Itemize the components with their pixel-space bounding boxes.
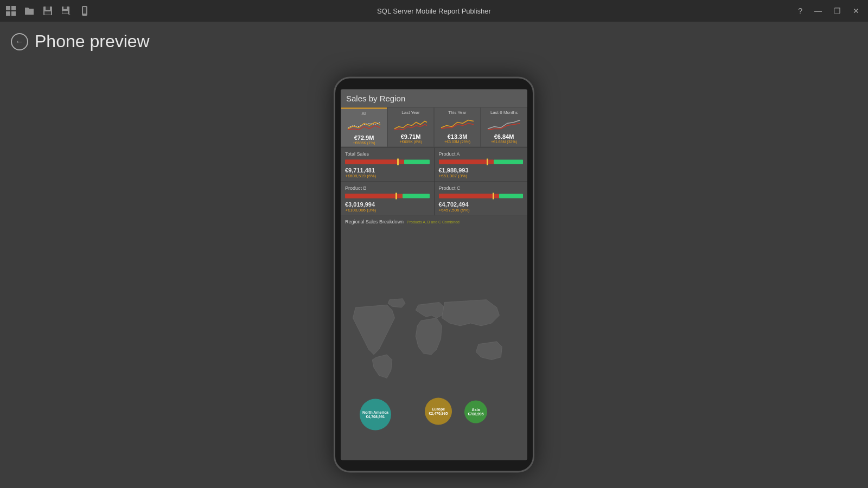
time-card-change-last6months: +€1.65M (32%)	[491, 140, 517, 144]
minimize-button[interactable]: —	[811, 5, 825, 16]
kpi-tile-product-c: Product C €4,702,494 +€457,506 (9%)	[435, 182, 528, 216]
svg-rect-6	[44, 11, 51, 15]
svg-rect-0	[6, 6, 10, 10]
app-title: SQL Server Mobile Report Publisher	[377, 7, 491, 15]
time-card-label-thisyear: This Year	[448, 110, 466, 115]
sparkline-all	[344, 118, 384, 133]
page-title: Phone preview	[35, 31, 150, 52]
kpi-value-product-a: €1,988,993	[439, 167, 524, 174]
kpi-change-total-sales: +€608,519 (6%)	[345, 174, 430, 178]
kpi-grid: Total Sales €9,711,481 +€608,519 (6%) Pr…	[341, 148, 527, 216]
kpi-title-product-a: Product A	[439, 151, 524, 157]
time-card-change-all: +€686K (1%)	[353, 141, 375, 145]
svg-rect-5	[46, 7, 50, 10]
time-card-all[interactable]: All €72.9M +€686K (1%)	[341, 108, 387, 147]
close-button[interactable]: ✕	[850, 5, 863, 16]
kpi-value-total-sales: €9,711,481	[345, 167, 430, 174]
region-name-north-america: North America	[362, 410, 388, 414]
svg-rect-12	[83, 7, 86, 14]
sparkline-last6months	[484, 117, 524, 132]
map-section: Regional Sales Breakdown Products A, B a…	[341, 216, 527, 460]
time-card-lastyear[interactable]: Last Year €9.71M +€609K (6%)	[388, 108, 433, 147]
bullet-bar-product-a	[439, 159, 524, 165]
kpi-change-product-b: +€100,006 (3%)	[345, 208, 430, 213]
time-card-change-lastyear: +€609K (6%)	[399, 140, 422, 144]
kpi-value-product-c: €4,702,494	[439, 201, 524, 208]
page-header: ← Phone preview	[11, 31, 150, 52]
svg-rect-1	[11, 6, 16, 10]
report-title: Sales by Region	[341, 89, 527, 107]
sparkline-lastyear	[391, 117, 431, 132]
map-title-text: Regional Sales Breakdown	[345, 219, 404, 224]
kpi-tile-product-b: Product B €3,019,994 +€100,006 (3%)	[341, 182, 434, 216]
phone-frame: Sales by Region All €72.9M +€686K (1%)	[334, 77, 534, 473]
region-value-europe: €2,476,995	[429, 412, 448, 416]
svg-text:+: +	[68, 12, 71, 16]
grid-icon[interactable]	[5, 5, 16, 16]
device-icon[interactable]	[79, 5, 90, 16]
main-content: ← Phone preview Sales by Region All	[0, 22, 868, 488]
kpi-value-product-b: €3,019,994	[345, 201, 430, 208]
bullet-bar-product-c	[439, 193, 524, 200]
region-bubble-north-america[interactable]: North America €4,708,991	[360, 399, 391, 431]
region-name-asia: Asia	[472, 407, 480, 412]
svg-rect-2	[6, 11, 10, 16]
kpi-title-product-c: Product C	[439, 185, 524, 191]
time-card-label-last6months: Last 6 Months	[490, 110, 518, 115]
help-button[interactable]: ?	[795, 5, 806, 16]
time-card-last6months[interactable]: Last 6 Months €6.84M +€1.65M (32%)	[481, 108, 527, 147]
kpi-tile-product-a: Product A €1,988,993 +€51,007 (3%)	[435, 148, 528, 182]
time-card-label-all: All	[362, 111, 367, 116]
region-value-north-america: €4,708,991	[366, 415, 385, 419]
kpi-title-product-b: Product B	[345, 185, 430, 191]
phone-screen: Sales by Region All €72.9M +€686K (1%)	[341, 89, 527, 460]
window-controls: ? — ❐ ✕	[795, 5, 863, 16]
kpi-change-product-a: +€51,007 (3%)	[439, 174, 524, 178]
time-card-value-all: €72.9M	[354, 134, 374, 141]
region-bubble-europe[interactable]: Europe €2,476,995	[425, 398, 452, 425]
time-card-value-thisyear: €13.3M	[448, 133, 468, 140]
kpi-change-product-c: +€457,506 (9%)	[439, 208, 524, 213]
time-card-change-thisyear: +€3.03M (29%)	[444, 140, 470, 144]
toolbar-icons: +	[5, 5, 90, 16]
save-icon[interactable]	[42, 5, 53, 16]
time-card-value-last6months: €6.84M	[494, 133, 514, 140]
svg-rect-8	[63, 7, 67, 9]
maximize-button[interactable]: ❐	[831, 5, 844, 16]
time-card-label-lastyear: Last Year	[401, 110, 419, 115]
save-as-icon[interactable]: +	[61, 5, 72, 16]
region-name-europe: Europe	[432, 407, 445, 411]
time-card-thisyear[interactable]: This Year €13.3M +€3.03M (29%)	[435, 108, 480, 147]
svg-rect-3	[11, 11, 16, 16]
kpi-title-total-sales: Total Sales	[345, 151, 430, 157]
titlebar: + SQL Server Mobile Report Publisher ? —…	[0, 0, 868, 22]
kpi-tile-total-sales: Total Sales €9,711,481 +€608,519 (6%)	[341, 148, 434, 182]
report-container: Sales by Region All €72.9M +€686K (1%)	[341, 89, 527, 460]
back-button[interactable]: ←	[11, 33, 28, 50]
map-subtitle-text: Products A, B and C Combined	[407, 220, 459, 223]
time-card-value-lastyear: €9.71M	[401, 133, 421, 140]
folder-icon[interactable]	[24, 5, 35, 16]
map-title-row: Regional Sales Breakdown Products A, B a…	[345, 219, 523, 224]
bullet-bar-product-b	[345, 193, 430, 200]
bullet-bar-total-sales	[345, 159, 430, 165]
region-bubble-asia[interactable]: Asia €708,995	[464, 401, 487, 423]
region-value-asia: €708,995	[468, 412, 483, 416]
svg-rect-9	[62, 11, 68, 14]
sparkline-thisyear	[437, 117, 477, 132]
time-cards: All €72.9M +€686K (1%) Last Year	[341, 107, 527, 148]
